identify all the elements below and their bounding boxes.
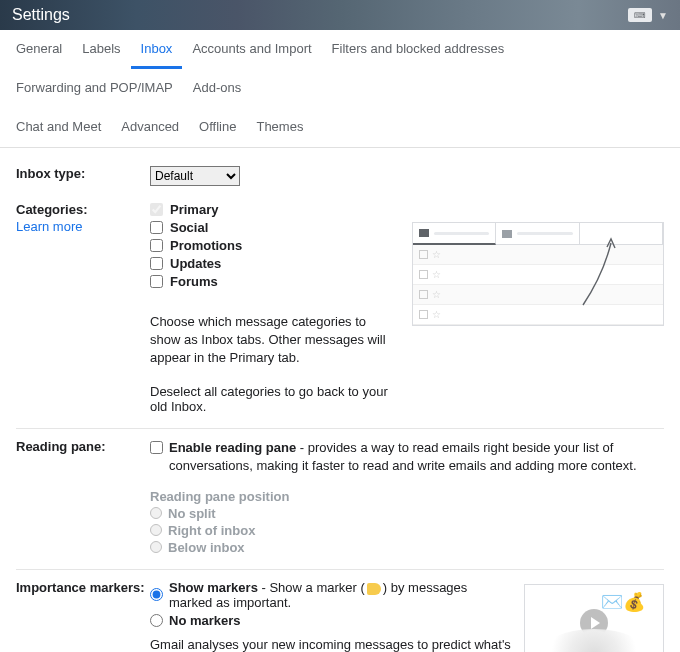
category-forums: Forums xyxy=(150,274,396,289)
inbox-type-label: Inbox type: xyxy=(16,166,85,181)
reading-pane-label: Reading pane: xyxy=(16,439,106,454)
reading-pane-pos-no-split: No split xyxy=(150,506,664,521)
inbox-type-select[interactable]: Default xyxy=(150,166,240,186)
app-header: Settings ⌨ ▼ xyxy=(0,0,680,30)
category-social-checkbox[interactable] xyxy=(150,221,163,234)
show-markers-radio[interactable] xyxy=(150,588,163,601)
section-reading-pane: Reading pane: Enable reading pane - prov… xyxy=(16,429,664,570)
importance-label: Importance markers: xyxy=(16,580,145,595)
category-primary-checkbox xyxy=(150,203,163,216)
tab-chat[interactable]: Chat and Meet xyxy=(6,108,111,147)
input-tools-icon[interactable]: ⌨ xyxy=(628,8,652,22)
importance-description: Gmail analyses your new incoming message… xyxy=(150,636,514,652)
categories-learn-more-link[interactable]: Learn more xyxy=(16,219,82,234)
tab-filters[interactable]: Filters and blocked addresses xyxy=(322,30,515,69)
importance-video-thumbnail[interactable]: ✉️💰 xyxy=(524,584,664,652)
reading-pane-pos-below: Below inbox xyxy=(150,540,664,555)
reading-pane-pos-right: Right of inbox xyxy=(150,523,664,538)
reading-pane-position-title: Reading pane position xyxy=(150,489,664,504)
tab-themes[interactable]: Themes xyxy=(246,108,313,147)
section-importance-markers: Importance markers: Show markers - Show … xyxy=(16,570,664,652)
tab-general[interactable]: General xyxy=(6,30,72,69)
categories-help-text-2: Deselect all categories to go back to yo… xyxy=(150,384,396,414)
category-updates: Updates xyxy=(150,256,396,271)
tab-accounts[interactable]: Accounts and Import xyxy=(182,30,321,69)
section-inbox-type: Inbox type: Default xyxy=(16,156,664,192)
radio-disabled-icon xyxy=(150,524,162,536)
chevron-down-icon[interactable]: ▼ xyxy=(658,10,668,21)
category-social-label[interactable]: Social xyxy=(170,220,208,235)
header-controls: ⌨ ▼ xyxy=(628,8,668,22)
category-promotions-label[interactable]: Promotions xyxy=(170,238,242,253)
category-updates-checkbox[interactable] xyxy=(150,257,163,270)
category-social: Social xyxy=(150,220,396,235)
category-primary: Primary xyxy=(150,202,396,217)
enable-reading-pane-text: Enable reading pane - provides a way to … xyxy=(169,439,664,475)
tab-advanced[interactable]: Advanced xyxy=(111,108,189,147)
show-markers-text: Show markers - Show a marker () by messa… xyxy=(169,580,514,610)
category-promotions-checkbox[interactable] xyxy=(150,239,163,252)
no-markers-text: No markers xyxy=(169,613,241,628)
no-markers-radio[interactable] xyxy=(150,614,163,627)
importance-marker-icon xyxy=(367,583,381,595)
tab-addons[interactable]: Add-ons xyxy=(183,69,251,108)
tab-labels[interactable]: Labels xyxy=(72,30,130,69)
categories-label: Categories: xyxy=(16,202,88,217)
section-categories: Categories: Learn more Primary Social xyxy=(16,192,664,429)
category-promotions: Promotions xyxy=(150,238,396,253)
categories-preview-image: ☆ ☆ ☆ ☆ xyxy=(412,222,664,326)
category-primary-label: Primary xyxy=(170,202,218,217)
tab-forwarding[interactable]: Forwarding and POP/IMAP xyxy=(6,69,183,108)
tab-offline[interactable]: Offline xyxy=(189,108,246,147)
settings-tabs: General Labels Inbox Accounts and Import… xyxy=(0,30,680,148)
category-updates-label[interactable]: Updates xyxy=(170,256,221,271)
enable-reading-pane-checkbox[interactable] xyxy=(150,441,163,454)
radio-disabled-icon xyxy=(150,541,162,553)
category-forums-checkbox[interactable] xyxy=(150,275,163,288)
tab-inbox[interactable]: Inbox xyxy=(131,30,183,69)
category-forums-label[interactable]: Forums xyxy=(170,274,218,289)
categories-help-text-1: Choose which message categories to show … xyxy=(150,313,396,368)
radio-disabled-icon xyxy=(150,507,162,519)
page-title: Settings xyxy=(12,6,70,24)
